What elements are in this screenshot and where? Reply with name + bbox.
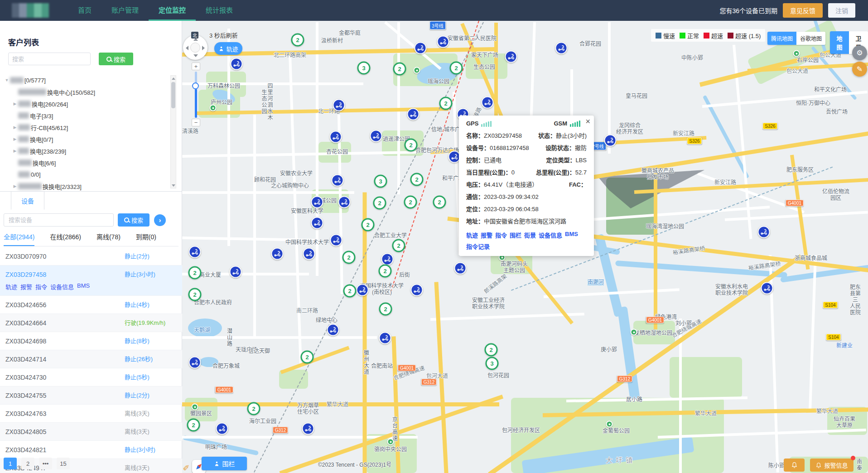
tree-node[interactable]: 换电中心[150/582] bbox=[0, 86, 170, 98]
pan-down-arrow-icon[interactable] bbox=[193, 54, 198, 57]
cluster-marker[interactable]: 2 bbox=[187, 419, 200, 432]
vehicle-marker[interactable] bbox=[407, 108, 420, 121]
cluster-marker[interactable]: 2 bbox=[362, 218, 375, 232]
tree-node[interactable]: 换电[6/6] bbox=[0, 157, 170, 169]
device-name[interactable]: ZX03D424698 bbox=[5, 338, 125, 345]
device-row[interactable]: ZX03D424698静止(8秒) bbox=[0, 332, 182, 350]
cluster-marker[interactable]: 2 bbox=[291, 34, 304, 47]
cluster-marker[interactable]: 3 bbox=[357, 62, 371, 75]
zoom-slider-handle[interactable] bbox=[192, 82, 199, 89]
device-name[interactable]: ZX03D070970 bbox=[5, 253, 125, 260]
device-name[interactable]: ZX03D424755 bbox=[5, 392, 125, 399]
page-button-•••[interactable]: ••• bbox=[39, 458, 52, 469]
tree-node[interactable]: ▶换电[0/7] bbox=[0, 133, 170, 145]
cluster-marker[interactable]: 2 bbox=[188, 288, 202, 301]
vehicle-marker[interactable] bbox=[555, 42, 568, 54]
edit-button[interactable]: ✎ bbox=[852, 62, 867, 77]
vehicle-marker[interactable] bbox=[303, 248, 315, 260]
scroll-up-arrow[interactable] bbox=[171, 76, 176, 81]
tree-node[interactable]: 电子[3/3] bbox=[0, 110, 170, 121]
tree-expand-icon[interactable]: ▶ bbox=[12, 125, 18, 130]
device-filter-全部(2944)[interactable]: 全部(2944) bbox=[4, 232, 34, 246]
device-name[interactable]: ZX03D424664 bbox=[5, 319, 125, 327]
zoom-in-button[interactable]: + bbox=[192, 63, 200, 70]
page-button-2[interactable]: 2 bbox=[21, 458, 34, 469]
zoom-out-button[interactable]: − bbox=[192, 119, 200, 126]
vehicle-marker[interactable] bbox=[231, 58, 243, 70]
vehicle-marker[interactable] bbox=[189, 246, 201, 258]
popup-link-街景[interactable]: 街景 bbox=[524, 231, 536, 239]
vehicle-marker[interactable] bbox=[437, 36, 449, 48]
device-row[interactable]: ZX03D424821静止(3小时) bbox=[0, 441, 182, 459]
vehicle-marker[interactable] bbox=[604, 135, 617, 147]
vehicle-marker[interactable] bbox=[758, 226, 770, 238]
cluster-marker[interactable]: 2 bbox=[433, 196, 446, 209]
notification-bell-button[interactable] bbox=[784, 459, 805, 472]
track-button[interactable]: 轨迹 bbox=[214, 42, 242, 55]
vehicle-marker[interactable] bbox=[302, 423, 314, 435]
logout-button[interactable]: 注销 bbox=[828, 3, 855, 18]
device-link-报警[interactable]: 报警 bbox=[20, 282, 32, 291]
nav-item-定位监控[interactable]: 定位监控 bbox=[149, 0, 196, 21]
device-row[interactable]: ZX03D297458静止(3小时)轨迹报警指令设备信息BMS bbox=[0, 265, 182, 296]
cluster-marker[interactable]: 2 bbox=[404, 196, 417, 209]
popup-link-轨迹[interactable]: 轨迹 bbox=[466, 231, 478, 239]
device-search-button[interactable]: 搜索 bbox=[118, 213, 149, 227]
map-canvas[interactable]: 金都华庭汲桥新村安徽省第二人民医院家天下广场合郢花园中陈小郢右岸公园包公大道包公… bbox=[182, 21, 868, 473]
cluster-marker[interactable]: 3 bbox=[374, 175, 387, 188]
nav-item-统计报表[interactable]: 统计报表 bbox=[196, 0, 243, 21]
vehicle-marker[interactable] bbox=[271, 248, 284, 260]
popup-link-设备信息[interactable]: 设备信息 bbox=[539, 231, 562, 239]
cluster-marker[interactable]: 2 bbox=[373, 197, 386, 210]
pan-right-arrow-icon[interactable] bbox=[202, 46, 205, 50]
map-source-谷歌地图[interactable]: 谷歌地图 bbox=[796, 32, 825, 45]
close-icon[interactable]: × bbox=[585, 117, 590, 125]
device-filter-到期(0)[interactable]: 到期(0) bbox=[136, 232, 156, 246]
popup-link-围栏[interactable]: 围栏 bbox=[510, 231, 521, 239]
pan-left-arrow-icon[interactable] bbox=[186, 46, 188, 50]
vehicle-marker[interactable] bbox=[338, 196, 351, 208]
vehicle-marker[interactable] bbox=[482, 97, 494, 109]
fence-button[interactable]: 围栏 bbox=[202, 457, 247, 470]
vehicle-marker[interactable] bbox=[370, 130, 382, 142]
vehicle-marker[interactable] bbox=[411, 284, 423, 296]
vehicle-marker[interactable] bbox=[357, 284, 369, 296]
tree-expand-icon[interactable]: ▶ bbox=[12, 137, 18, 141]
cluster-marker[interactable]: 2 bbox=[439, 97, 453, 110]
device-name[interactable]: ZX03D424714 bbox=[5, 356, 125, 363]
device-link-BMS[interactable]: BMS bbox=[77, 282, 90, 291]
vehicle-marker[interactable] bbox=[761, 282, 773, 294]
customer-search-button[interactable]: 搜索 bbox=[99, 53, 133, 65]
tree-node[interactable]: ▶换电[260/264] bbox=[0, 98, 170, 110]
cluster-marker[interactable]: 2 bbox=[379, 303, 392, 316]
nav-item-首页[interactable]: 首页 bbox=[68, 0, 101, 21]
cluster-marker[interactable]: 2 bbox=[393, 63, 406, 76]
tree-expand-icon[interactable]: ▶ bbox=[12, 184, 18, 188]
nav-item-账户管理[interactable]: 账户管理 bbox=[101, 0, 149, 21]
device-row[interactable]: ZX03D424656静止(4秒) bbox=[0, 296, 182, 314]
tree-node[interactable]: 0/0] bbox=[0, 169, 170, 180]
device-name[interactable]: ZX03D297458 bbox=[5, 271, 125, 278]
cluster-marker[interactable]: 2 bbox=[405, 139, 418, 152]
vehicle-marker[interactable] bbox=[381, 253, 394, 265]
tree-scrollbar[interactable] bbox=[170, 75, 176, 188]
map-pan-control[interactable] bbox=[183, 35, 207, 60]
zoom-track-lower[interactable] bbox=[195, 89, 197, 118]
pan-center[interactable] bbox=[190, 43, 200, 53]
vehicle-marker[interactable] bbox=[311, 217, 323, 229]
cluster-marker[interactable]: 2 bbox=[301, 351, 314, 364]
cluster-marker[interactable]: 2 bbox=[343, 285, 357, 298]
vehicle-marker[interactable] bbox=[330, 234, 342, 246]
scrollbar-thumb[interactable] bbox=[171, 82, 175, 108]
device-name[interactable]: ZX03D424730 bbox=[5, 374, 125, 381]
alarm-info-button[interactable]: 报警信息 bbox=[810, 459, 854, 472]
vehicle-marker[interactable] bbox=[505, 51, 517, 63]
tree-node[interactable]: ▼[0/5777] bbox=[0, 74, 170, 86]
device-search-input[interactable] bbox=[4, 213, 114, 227]
tree-expand-icon[interactable]: ▶ bbox=[12, 149, 18, 153]
customer-search-input[interactable] bbox=[8, 53, 91, 65]
feedback-button[interactable]: 意见反馈 bbox=[783, 3, 823, 18]
tree-node[interactable]: ▶行-CB[45/612] bbox=[0, 121, 170, 133]
vehicle-marker[interactable] bbox=[189, 357, 201, 369]
vehicle-marker[interactable] bbox=[333, 99, 345, 111]
